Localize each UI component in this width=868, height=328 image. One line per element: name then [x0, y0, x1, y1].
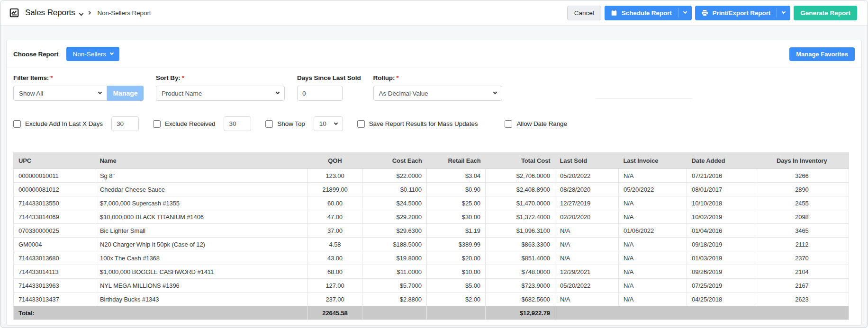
cell: 000000010011: [14, 169, 95, 183]
results-table: UPCNameQOHCost EachRetail EachTotal Cost…: [13, 152, 849, 320]
manage-favorites-button[interactable]: Manage Favorites: [789, 47, 855, 61]
generate-report-button[interactable]: Generate Report: [794, 6, 857, 20]
printer-icon: [701, 9, 708, 17]
exclude-received-option: Exclude Received: [153, 116, 251, 131]
rollup-label: Rollup:: [373, 74, 395, 81]
allow-date-range-checkbox[interactable]: [505, 120, 512, 128]
allow-date-range-option: Allow Date Range: [505, 120, 567, 128]
page-title: Sales Reports: [25, 8, 75, 18]
cell: N/A: [555, 293, 619, 306]
exclude-received-input[interactable]: [224, 116, 251, 131]
column-header-qoh[interactable]: QOH: [308, 153, 362, 169]
choose-report-label: Choose Report: [13, 51, 58, 58]
cell: 127.00: [308, 279, 362, 293]
cell: 05/20/2022: [555, 169, 619, 183]
table-row[interactable]: 714433014069$10,000,000 BLACK TITANIUM #…: [14, 210, 849, 224]
table-row[interactable]: 714433013550$7,000,000 Supercash #135560…: [14, 196, 849, 210]
report-type-dropdown[interactable]: Non-Sellers: [66, 47, 119, 61]
sort-by-select[interactable]: Product Name: [156, 86, 285, 101]
save-results-option: Save Report Results for Mass Updates: [357, 120, 478, 128]
table-row[interactable]: 714433014113$1,000,000 BOGGLE CASHWORD #…: [14, 265, 849, 279]
table-row[interactable]: 000000010011Sg 8"123.00$22.0000$3.04$2,7…: [14, 169, 849, 183]
title-dropdown-toggle[interactable]: [80, 9, 83, 17]
column-header-days-in-inventory[interactable]: Days In Inventory: [755, 153, 849, 169]
column-header-date-added[interactable]: Date Added: [687, 153, 755, 169]
column-header-cost-each[interactable]: Cost Each: [362, 153, 427, 169]
cell: $2.00: [427, 293, 486, 306]
rollup-select[interactable]: As Decimal Value: [373, 86, 502, 101]
total-empty-cell: [427, 306, 486, 320]
manage-filter-button[interactable]: Manage: [107, 86, 144, 101]
chart-icon: [9, 8, 19, 18]
save-results-checkbox[interactable]: [357, 120, 365, 128]
days-since-input[interactable]: [297, 86, 343, 101]
cell: 714433014069: [14, 210, 95, 224]
cell: N/A: [619, 251, 687, 265]
cell: $29.6300: [362, 224, 427, 238]
cell: 05/20/2022: [555, 279, 619, 293]
table-row[interactable]: 714433013680100x The Cash #136843.00$19.…: [14, 251, 849, 265]
cell: $2,706.0000: [486, 169, 555, 183]
report-card: Choose Report Non-Sellers Manage Favorit…: [6, 40, 862, 326]
table-row[interactable]: 714433013963NYL MEGA MILLIONS #1396127.0…: [14, 279, 849, 293]
date-range-divider: [596, 98, 692, 99]
show-top-checkbox[interactable]: [265, 120, 273, 128]
column-header-upc[interactable]: UPC: [14, 153, 95, 169]
cell: 714433013437: [14, 293, 95, 306]
cell: 07/21/2016: [687, 169, 755, 183]
options-row: Exclude Add In Last X Days Exclude Recei…: [13, 116, 855, 131]
column-header-retail-each[interactable]: Retail Each: [427, 153, 486, 169]
cell: $1,096.3100: [486, 224, 555, 238]
cell: N/A: [619, 169, 687, 183]
cell: $30.00: [427, 210, 486, 224]
column-header-last-invoice[interactable]: Last Invoice: [619, 153, 687, 169]
table-row[interactable]: 714433013437Birthday Bucks #1343237.00$2…: [14, 293, 849, 306]
save-results-label: Save Report Results for Mass Updates: [369, 120, 478, 127]
exclude-add-checkbox[interactable]: [13, 120, 21, 128]
print-export-dropdown[interactable]: [777, 8, 790, 17]
cell: $11.0000: [362, 265, 427, 279]
chevron-down-icon: [334, 121, 337, 124]
cell: 01/06/2022: [619, 224, 687, 238]
filter-items-select[interactable]: Show All: [13, 86, 107, 101]
table-row[interactable]: GM0004N20 Charger Whip It 50pk (Case of …: [14, 238, 849, 251]
show-top-select[interactable]: 10: [314, 116, 343, 131]
table-row[interactable]: 000000081012Cheddar Cheese Sauce21899.00…: [14, 183, 849, 196]
column-header-last-sold[interactable]: Last Sold: [555, 153, 619, 169]
schedule-report-dropdown[interactable]: [678, 8, 692, 17]
calendar-icon: [611, 9, 617, 16]
cell: $2,408.8900: [486, 183, 555, 196]
cell: $863.3300: [486, 238, 555, 251]
cell: 01/04/2016: [687, 224, 755, 238]
table-row[interactable]: 070330000025Bic Lighter Small37.00$29.63…: [14, 224, 849, 238]
column-header-name[interactable]: Name: [95, 153, 308, 169]
cell: 02/20/2020: [555, 210, 619, 224]
chevron-down-icon: [98, 90, 102, 94]
sort-by-group: Sort By:* Product Name: [156, 74, 285, 101]
schedule-report-button[interactable]: Schedule Report: [605, 6, 692, 20]
cell: $682.5600: [486, 293, 555, 306]
cell: 2104: [755, 265, 849, 279]
cell: 37.00: [308, 224, 362, 238]
cell: 100x The Cash #1368: [95, 251, 308, 265]
column-header-total-cost[interactable]: Total Cost: [486, 153, 555, 169]
cell: $10.00: [427, 265, 486, 279]
cell: Bic Lighter Small: [95, 224, 308, 238]
cell: $1,000,000 BOGGLE CASHWORD #1411: [95, 265, 308, 279]
exclude-add-option: Exclude Add In Last X Days: [13, 116, 139, 131]
cell: 10/02/2019: [687, 210, 755, 224]
cancel-button[interactable]: Cancel: [567, 6, 601, 20]
cell: $2.8800: [362, 293, 427, 306]
exclude-received-checkbox[interactable]: [153, 120, 161, 128]
cell: 08/01/2017: [687, 183, 755, 196]
cell: 10/10/2018: [687, 196, 755, 210]
exclude-add-input[interactable]: [111, 116, 139, 131]
required-marker: *: [182, 74, 184, 81]
cell: N/A: [619, 293, 687, 306]
print-export-button[interactable]: Print/Export Report: [695, 6, 791, 20]
chevron-down-icon: [683, 10, 687, 14]
cell: $25.00: [427, 196, 486, 210]
breadcrumb: Non-Sellers Report: [97, 9, 151, 17]
cell: N/A: [555, 224, 619, 238]
cell: $5.7000: [362, 279, 427, 293]
